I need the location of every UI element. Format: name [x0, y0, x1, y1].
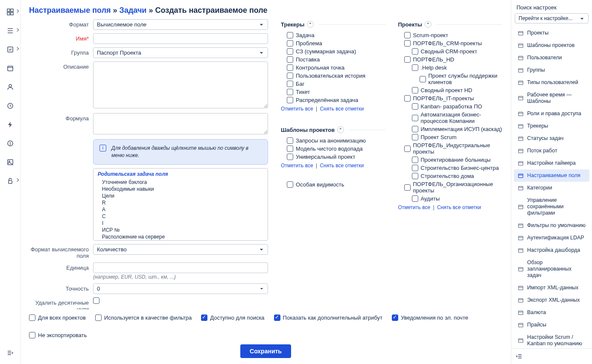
project-checkbox[interactable] — [404, 40, 411, 47]
project-row[interactable]: Проект службы поддержки клиентов — [404, 72, 503, 86]
listbox-item[interactable]: Необходимые навыки — [98, 186, 263, 192]
tracker-row[interactable]: Тикет — [287, 88, 385, 96]
project-row[interactable]: Автоматизация бизнес-процессов Компании — [404, 111, 503, 125]
settings-nav-item[interactable]: Поток работ — [514, 145, 589, 157]
settings-nav-item[interactable]: Роли и права доступа — [514, 108, 589, 120]
tracker-row[interactable]: Проблема — [287, 39, 385, 47]
project-row[interactable]: Аудиты — [404, 195, 503, 203]
tracker-row[interactable]: Поставка — [287, 55, 385, 64]
precision-select[interactable]: 0 — [93, 283, 268, 294]
project-checkbox[interactable] — [404, 184, 411, 191]
project-row[interactable]: Сводный CRM-проект — [404, 47, 503, 55]
settings-nav-item[interactable]: Настройка дашборда — [514, 244, 589, 256]
template-row[interactable]: Запросы на анонимизацию — [287, 137, 385, 145]
nav-list-icon[interactable] — [6, 26, 15, 35]
searchable-checkbox[interactable] — [201, 314, 207, 321]
tracker-row[interactable]: Пользовательская история — [287, 72, 385, 80]
settings-nav-item[interactable]: Категории — [514, 182, 589, 194]
tracker-row[interactable]: Контрольная точка — [287, 64, 385, 72]
trimzero-checkbox[interactable] — [93, 297, 99, 304]
group-select[interactable]: Паспорт Проекта — [93, 47, 268, 58]
special-visibility-checkbox[interactable] — [287, 181, 293, 188]
tracker-checkbox[interactable] — [287, 81, 293, 87]
settings-nav-item[interactable]: Типы пользователей — [514, 76, 589, 89]
projects-mark-all[interactable]: Отметить все — [398, 204, 431, 210]
nav-task-icon[interactable] — [6, 45, 15, 54]
project-row[interactable]: Проектирование больницы — [404, 156, 503, 164]
settings-nav-item[interactable]: Настраиваемые поля — [514, 169, 589, 182]
project-checkbox[interactable] — [412, 157, 418, 163]
nav-user-icon[interactable] — [6, 83, 15, 91]
settings-nav-item[interactable]: Рабочее время — Шаблоны — [514, 89, 589, 108]
settings-nav-item[interactable]: Импорт XML-данных — [514, 282, 589, 294]
tracker-row[interactable]: СЗ (суммарная задача) — [287, 47, 385, 55]
tracker-checkbox[interactable] — [287, 89, 293, 95]
save-button[interactable]: Сохранить — [240, 344, 291, 358]
project-checkbox[interactable] — [412, 48, 418, 55]
settings-nav-item[interactable]: Фильтры по умолчанию — [514, 219, 589, 232]
project-checkbox[interactable] — [412, 103, 418, 110]
name-input[interactable] — [93, 33, 268, 44]
tracker-checkbox[interactable] — [287, 32, 293, 38]
project-row[interactable]: ПОРТФЕЛЬ_HD — [404, 55, 503, 64]
no-export-checkbox[interactable] — [29, 332, 35, 338]
project-row[interactable]: Строительство дома — [404, 172, 503, 180]
nav-dashboard-icon[interactable] — [6, 8, 15, 16]
project-row[interactable]: ПОРТФЕЛЬ_Организационные проекты — [404, 180, 503, 195]
templates-unmark-all[interactable]: Снять все отметки — [320, 163, 364, 169]
settings-nav-item[interactable]: Валюта — [514, 306, 589, 319]
project-row[interactable]: Строительство Бизнес-центра — [404, 164, 503, 172]
templates-collapse-icon[interactable]: ⌃ — [337, 126, 344, 133]
tracker-checkbox[interactable] — [287, 64, 293, 71]
tracker-checkbox[interactable] — [287, 48, 293, 55]
tracker-checkbox[interactable] — [287, 56, 293, 63]
nav-time-icon[interactable] — [6, 102, 15, 110]
settings-nav-item[interactable]: Пользователи — [514, 52, 589, 64]
as-filter-checkbox[interactable] — [95, 314, 102, 321]
listbox-item[interactable]: Расположение на сервере — [98, 233, 263, 240]
project-checkbox[interactable] — [404, 95, 411, 102]
settings-nav-item[interactable]: Проекты — [514, 27, 589, 39]
project-checkbox[interactable] — [404, 32, 411, 38]
template-checkbox[interactable] — [287, 154, 293, 160]
breadcrumb-custom-fields[interactable]: Настраиваемые поля — [29, 6, 111, 15]
sidebar-expand-icon[interactable] — [6, 349, 15, 357]
listbox-item[interactable]: A — [98, 206, 263, 213]
calc-format-select[interactable]: Количество — [93, 244, 268, 255]
project-checkbox[interactable] — [404, 146, 411, 152]
project-row[interactable]: ПОРТФЕЛЬ_IT-проекты — [404, 94, 503, 102]
settings-nav-item[interactable]: Группы — [514, 64, 589, 76]
tracker-row[interactable]: Распределённая задача — [287, 96, 385, 104]
project-checkbox[interactable] — [404, 56, 411, 63]
nav-bolt-icon[interactable] — [6, 120, 15, 129]
projects-unmark-all[interactable]: Снять все отметки — [437, 204, 481, 210]
settings-nav-item[interactable]: Обзор запланированных задач — [514, 256, 589, 282]
project-checkbox[interactable] — [412, 87, 418, 93]
unit-input[interactable] — [93, 262, 268, 273]
trackers-collapse-icon[interactable]: ⌃ — [307, 21, 314, 28]
tracker-row[interactable]: Задача — [287, 31, 385, 39]
project-row[interactable]: Scrum-проект — [404, 31, 503, 39]
project-checkbox[interactable] — [412, 173, 418, 179]
listbox-item[interactable]: Уточнение бэклога — [98, 179, 263, 186]
nav-lock-icon[interactable] — [6, 177, 15, 185]
template-row[interactable]: Универсальный проект — [287, 153, 385, 161]
settings-nav-item[interactable]: Управление сохранёнными фильтрами — [514, 194, 589, 219]
breadcrumb-tasks[interactable]: Задачи — [120, 6, 147, 15]
template-checkbox[interactable] — [287, 137, 293, 144]
nav-alert-icon[interactable] — [6, 139, 15, 148]
settings-nav-item[interactable]: Настройки Scrum / Kanban по умолчанию — [514, 331, 589, 348]
settings-jump-select[interactable]: Перейти к настройке... — [515, 13, 589, 23]
project-checkbox[interactable] — [412, 126, 418, 132]
project-row[interactable]: ПОРТФЕЛЬ_Индустриальные проекты — [404, 141, 503, 156]
listbox-item[interactable]: ИСР № — [98, 227, 263, 233]
template-checkbox[interactable] — [287, 146, 293, 152]
project-checkbox[interactable] — [412, 195, 418, 202]
settings-nav-item[interactable]: Статусы задач — [514, 132, 589, 145]
trackers-unmark-all[interactable]: Снять все отметки — [320, 106, 364, 112]
project-checkbox[interactable] — [412, 115, 418, 121]
settings-nav-item[interactable]: Экспорт XML-данных — [514, 294, 589, 306]
format-select[interactable]: Вычисляемое поле — [93, 19, 268, 30]
panel-collapse-icon[interactable] — [511, 348, 592, 364]
tracker-row[interactable]: Баг — [287, 80, 385, 88]
